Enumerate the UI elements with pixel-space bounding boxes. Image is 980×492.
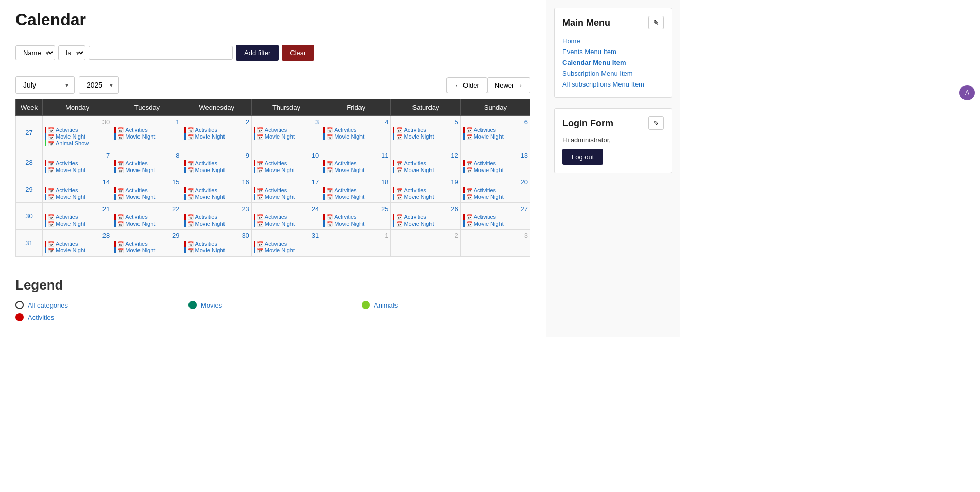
event-link[interactable]: Activities [265, 160, 287, 166]
event-link[interactable]: Activities [334, 214, 356, 220]
event-link[interactable]: Movie Night [125, 194, 155, 200]
menu-item-link[interactable]: Home [562, 36, 664, 46]
legend-item-link[interactable]: Movies [201, 301, 222, 309]
event-link[interactable]: Movie Night [125, 133, 155, 140]
event-link[interactable]: Activities [56, 241, 78, 247]
event-link[interactable]: Movie Night [404, 167, 434, 173]
week-number-link[interactable]: 29 [25, 185, 32, 193]
event-link[interactable]: Activities [404, 160, 426, 166]
event-link[interactable]: Movie Night [195, 220, 225, 227]
day-number-link[interactable]: 12 [393, 151, 458, 159]
day-number-link[interactable]: 16 [184, 178, 249, 186]
event-link[interactable]: Activities [195, 214, 217, 220]
day-number-link[interactable]: 4 [323, 118, 388, 126]
event-link[interactable]: Movie Night [195, 167, 225, 173]
event-link[interactable]: Movie Night [195, 194, 225, 200]
year-select[interactable]: 2025 20242026 [79, 76, 119, 94]
event-link[interactable]: Movie Night [265, 133, 295, 140]
add-filter-button[interactable]: Add filter [236, 45, 279, 61]
event-link[interactable]: Activities [125, 127, 147, 133]
week-number-link[interactable]: 27 [25, 129, 32, 137]
day-number-link[interactable]: 6 [463, 118, 528, 126]
week-number-link[interactable]: 28 [25, 159, 32, 166]
event-link[interactable]: Movie Night [334, 220, 364, 227]
event-link[interactable]: Activities [56, 214, 78, 220]
day-number-link[interactable]: 2 [393, 232, 458, 240]
day-number-link[interactable]: 13 [463, 151, 528, 159]
login-form-edit-button[interactable]: ✎ [648, 116, 664, 130]
event-link[interactable]: Movie Night [334, 167, 364, 173]
filter-operator-select[interactable]: Is [58, 45, 85, 60]
event-link[interactable]: Movie Night [56, 167, 85, 173]
event-link[interactable]: Movie Night [404, 194, 434, 200]
event-link[interactable]: Activities [265, 187, 287, 193]
event-link[interactable]: Activities [404, 214, 426, 220]
event-link[interactable]: Activities [265, 127, 287, 133]
legend-item-link[interactable]: Activities [28, 314, 54, 321]
event-link[interactable]: Activities [474, 160, 496, 166]
event-link[interactable]: Activities [265, 241, 287, 247]
event-link[interactable]: Activities [474, 187, 496, 193]
event-link[interactable]: Activities [334, 160, 356, 166]
day-number-link[interactable]: 24 [254, 205, 319, 213]
event-link[interactable]: Movie Night [56, 220, 85, 227]
event-link[interactable]: Movie Night [474, 194, 504, 200]
event-link[interactable]: Movie Night [404, 220, 434, 227]
day-number-link[interactable]: 30 [45, 118, 110, 126]
day-number-link[interactable]: 7 [45, 151, 110, 159]
event-link[interactable]: Activities [195, 127, 217, 133]
menu-item-link[interactable]: Subscription Menu Item [562, 68, 664, 79]
event-link[interactable]: Movie Night [56, 133, 85, 140]
event-link[interactable]: Movie Night [265, 194, 295, 200]
day-number-link[interactable]: 1 [114, 118, 179, 126]
day-number-link[interactable]: 26 [393, 205, 458, 213]
newer-button[interactable]: Newer → [487, 77, 530, 93]
event-link[interactable]: Activities [195, 187, 217, 193]
day-number-link[interactable]: 19 [393, 178, 458, 186]
event-link[interactable]: Activities [474, 127, 496, 133]
day-number-link[interactable]: 18 [323, 178, 388, 186]
day-number-link[interactable]: 1 [323, 232, 388, 240]
day-number-link[interactable]: 15 [114, 178, 179, 186]
day-number-link[interactable]: 23 [184, 205, 249, 213]
day-number-link[interactable]: 3 [254, 118, 319, 126]
event-link[interactable]: Activities [334, 187, 356, 193]
event-link[interactable]: Activities [334, 127, 356, 133]
day-number-link[interactable]: 30 [184, 232, 249, 240]
event-link[interactable]: Activities [125, 214, 147, 220]
day-number-link[interactable]: 27 [463, 205, 528, 213]
event-link[interactable]: Movie Night [125, 167, 155, 173]
avatar[interactable]: A [959, 85, 975, 100]
day-number-link[interactable]: 28 [45, 232, 110, 240]
day-number-link[interactable]: 20 [463, 178, 528, 186]
filter-field-select[interactable]: Name [15, 45, 55, 60]
event-link[interactable]: Activities [125, 187, 147, 193]
menu-item-link[interactable]: Events Menu Item [562, 46, 664, 57]
legend-item-link[interactable]: Animals [374, 301, 398, 309]
event-link[interactable]: Movie Night [195, 247, 225, 253]
event-link[interactable]: Activities [125, 160, 147, 166]
event-link[interactable]: Activities [265, 214, 287, 220]
event-link[interactable]: Movie Night [195, 133, 225, 140]
event-link[interactable]: Movie Night [474, 133, 504, 140]
event-link[interactable]: Activities [125, 241, 147, 247]
event-link[interactable]: Movie Night [334, 194, 364, 200]
event-link[interactable]: Activities [404, 187, 426, 193]
event-link[interactable]: Activities [195, 241, 217, 247]
day-number-link[interactable]: 17 [254, 178, 319, 186]
day-number-link[interactable]: 29 [114, 232, 179, 240]
event-link[interactable]: Movie Night [404, 133, 434, 140]
event-link[interactable]: Movie Night [474, 167, 504, 173]
filter-input[interactable] [89, 46, 233, 60]
day-number-link[interactable]: 9 [184, 151, 249, 159]
event-link[interactable]: Activities [404, 127, 426, 133]
event-link[interactable]: Activities [56, 187, 78, 193]
event-link[interactable]: Movie Night [56, 194, 85, 200]
event-link[interactable]: Movie Night [334, 133, 364, 140]
event-link[interactable]: Movie Night [474, 220, 504, 227]
clear-filter-button[interactable]: Clear [282, 45, 314, 61]
month-select[interactable]: July JanuaryFebruaryMarch AprilMayJune A… [15, 76, 75, 94]
day-number-link[interactable]: 8 [114, 151, 179, 159]
event-link[interactable]: Activities [56, 160, 78, 166]
day-number-link[interactable]: 14 [45, 178, 110, 186]
